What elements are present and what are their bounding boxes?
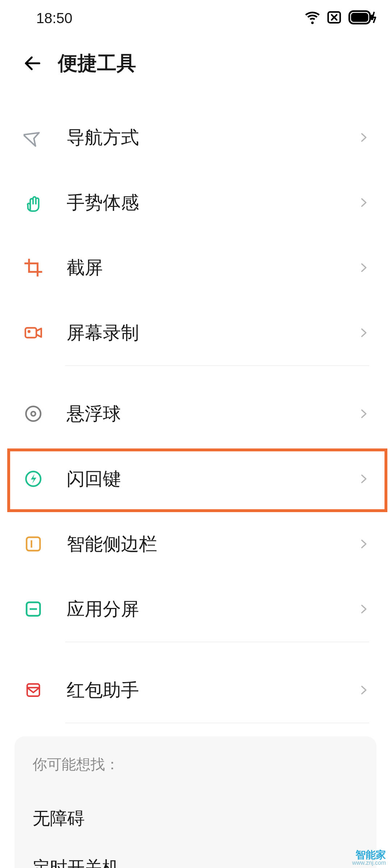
row-label: 屏幕录制	[67, 321, 358, 345]
row-label: 手势体感	[67, 191, 358, 215]
bolt-icon	[22, 467, 45, 490]
chevron-right-icon	[358, 539, 369, 549]
chevron-right-icon	[358, 604, 369, 614]
settings-list: 导航方式手势体感截屏屏幕录制悬浮球闪回键智能侧边栏应用分屏红包助手	[0, 90, 391, 723]
suggestion-item[interactable]: 定时开关机	[33, 843, 358, 868]
status-time: 18:50	[36, 10, 72, 26]
chevron-right-icon	[358, 473, 369, 484]
row-label: 闪回键	[67, 467, 358, 491]
panel-icon	[22, 532, 45, 556]
chevron-right-icon	[358, 685, 369, 695]
svg-rect-2	[351, 13, 369, 22]
suggestion-item[interactable]: 无障碍	[33, 794, 358, 843]
suggestion-card: 你可能想找： 无障碍定时开关机	[14, 736, 377, 868]
envelope-icon	[22, 678, 45, 702]
chevron-right-icon	[358, 408, 369, 419]
settings-row-record[interactable]: 屏幕录制	[0, 300, 391, 365]
row-label: 截屏	[67, 256, 358, 280]
chevron-right-icon	[358, 197, 369, 208]
status-icons	[305, 10, 377, 26]
arrow-left-icon	[22, 53, 43, 73]
minus-box-icon	[22, 597, 45, 621]
row-label: 应用分屏	[67, 597, 358, 621]
hand-icon	[22, 191, 45, 214]
suggestion-title: 你可能想找：	[33, 754, 358, 774]
page-title: 便捷工具	[58, 50, 136, 77]
settings-row-motion[interactable]: 手势体感	[0, 170, 391, 235]
no-sim-icon	[327, 10, 342, 26]
row-label: 红包助手	[67, 678, 358, 702]
settings-row-side[interactable]: 智能侧边栏	[0, 511, 391, 576]
chevron-right-icon	[358, 132, 369, 143]
videocam-icon	[22, 321, 45, 344]
cursor-icon	[22, 126, 45, 149]
target-icon	[22, 402, 45, 425]
row-label: 导航方式	[67, 125, 358, 150]
settings-row-nav[interactable]: 导航方式	[0, 105, 391, 170]
settings-row-flash[interactable]: 闪回键	[0, 446, 391, 511]
settings-row-split[interactable]: 应用分屏	[0, 576, 391, 642]
chevron-right-icon	[358, 327, 369, 338]
back-button[interactable]	[22, 52, 43, 74]
watermark: 智能家 www.znj.com	[352, 850, 386, 866]
row-label: 悬浮球	[67, 402, 358, 426]
group-divider	[65, 723, 369, 723]
chevron-right-icon	[358, 262, 369, 273]
title-bar: 便捷工具	[0, 36, 391, 90]
settings-row-float[interactable]: 悬浮球	[0, 381, 391, 446]
settings-row-redpkt[interactable]: 红包助手	[0, 658, 391, 723]
battery-icon	[348, 10, 377, 26]
row-label: 智能侧边栏	[67, 532, 358, 556]
settings-row-shot[interactable]: 截屏	[0, 235, 391, 300]
status-bar: 18:50	[0, 0, 391, 36]
wifi-icon	[305, 10, 320, 26]
crop-icon	[22, 256, 45, 279]
